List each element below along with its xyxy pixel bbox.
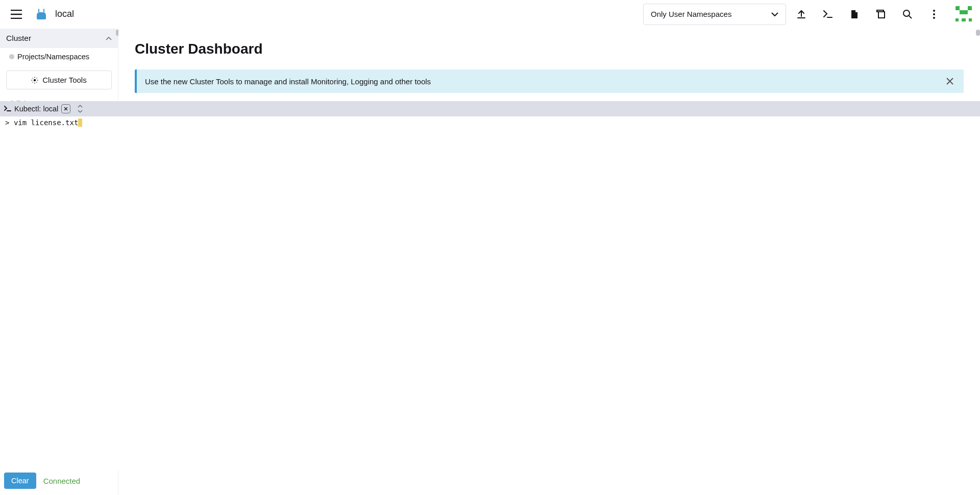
svg-rect-10 (969, 18, 972, 21)
connection-status: Connected (43, 477, 81, 485)
file-icon (851, 10, 858, 19)
page-title: Cluster Dashboard (135, 41, 964, 57)
copy-kubeconfig-button[interactable] (870, 3, 892, 26)
bullet-icon (9, 54, 14, 59)
chevron-up-icon (106, 37, 112, 40)
chevron-down-icon (771, 12, 778, 16)
main-scrollbar-thumb[interactable] (976, 30, 980, 36)
sidebar-group-title: Cluster (6, 34, 31, 43)
terminal-tab-close-button[interactable] (61, 104, 70, 113)
user-avatar[interactable] (953, 4, 974, 25)
info-banner: Use the new Cluster Tools to manage and … (135, 69, 964, 93)
namespace-selector[interactable]: Only User Namespaces (643, 4, 786, 25)
top-header: local Only User Namespaces (0, 0, 980, 29)
hamburger-menu-button[interactable] (6, 4, 27, 25)
terminal-tab-label: Kubectl: local (14, 105, 58, 113)
svg-rect-9 (962, 18, 966, 21)
svg-rect-7 (960, 10, 968, 14)
sidebar-group-cluster[interactable]: Cluster (0, 29, 118, 48)
header-right-tools: Only User Namespaces (643, 3, 974, 26)
svg-point-4 (933, 17, 935, 19)
cluster-tools-button[interactable]: Cluster Tools (6, 70, 112, 89)
terminal-icon (823, 10, 832, 18)
hamburger-icon (11, 10, 22, 19)
terminal-body[interactable]: > vim license.txt (4, 116, 976, 469)
resize-vertical-icon (78, 105, 83, 113)
svg-point-1 (903, 10, 910, 16)
upload-icon (797, 10, 806, 19)
rancher-logo-icon (35, 8, 48, 20)
search-icon (903, 10, 912, 19)
kebab-menu-button[interactable] (923, 3, 945, 26)
cluster-name-label[interactable]: local (55, 9, 74, 19)
gear-icon (31, 77, 38, 84)
terminal-tab[interactable]: Kubectl: local (4, 104, 70, 113)
svg-point-11 (34, 79, 36, 81)
terminal-icon (4, 106, 11, 112)
copy-config-icon (876, 10, 886, 19)
svg-point-2 (933, 10, 935, 12)
logo-cluster-wrap: local (35, 8, 74, 20)
close-icon (64, 107, 68, 111)
svg-rect-6 (968, 6, 972, 10)
search-button[interactable] (896, 3, 919, 26)
terminal-line: > vim license.txt (5, 119, 975, 127)
info-banner-text: Use the new Cluster Tools to manage and … (145, 77, 431, 86)
svg-rect-8 (955, 18, 959, 21)
kubectl-shell-button[interactable] (817, 3, 839, 26)
terminal-bottom-bar: Clear Connected (4, 472, 976, 490)
terminal-cursor (78, 119, 82, 127)
svg-rect-5 (955, 6, 960, 10)
avatar-icon (954, 5, 973, 23)
svg-point-3 (933, 13, 935, 15)
clear-button[interactable]: Clear (4, 473, 36, 489)
cluster-tools-label: Cluster Tools (42, 76, 86, 84)
import-yaml-button[interactable] (790, 3, 813, 26)
banner-close-button[interactable] (944, 76, 955, 87)
kebab-icon (933, 10, 935, 19)
close-icon (946, 78, 953, 85)
terminal-tab-bar: Kubectl: local (0, 101, 980, 116)
terminal-resize-button[interactable] (78, 105, 83, 113)
namespace-selector-label: Only User Namespaces (651, 10, 731, 18)
svg-rect-0 (878, 12, 885, 18)
sidebar-item-label: Projects/Namespaces (17, 53, 89, 61)
terminal-prompt: > (5, 119, 9, 127)
download-kubeconfig-button[interactable] (843, 3, 866, 26)
terminal-command-text: vim license.txt (14, 119, 78, 127)
sidebar-item-projects-namespaces[interactable]: Projects/Namespaces (0, 48, 118, 65)
